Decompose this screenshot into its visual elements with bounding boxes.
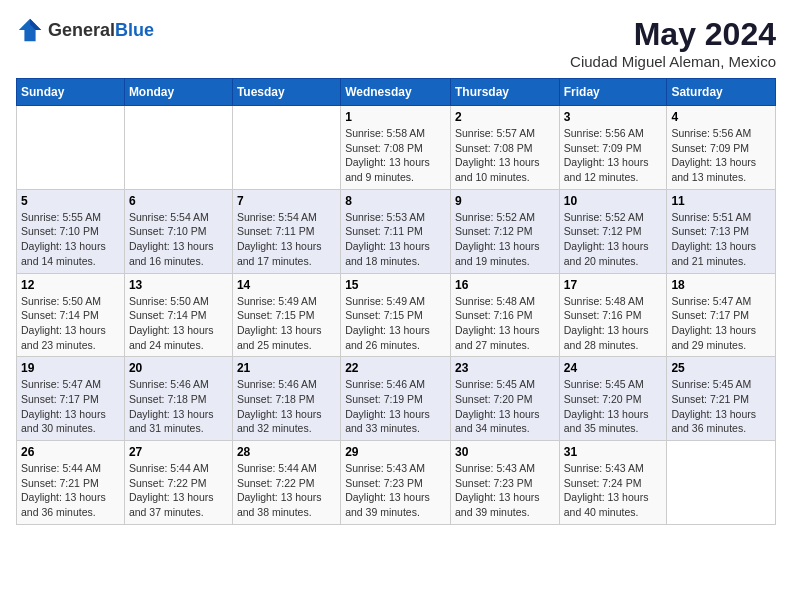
calendar-cell: 7Sunrise: 5:54 AM Sunset: 7:11 PM Daylig…	[232, 189, 340, 273]
day-number: 27	[129, 445, 228, 459]
day-number: 10	[564, 194, 663, 208]
day-number: 3	[564, 110, 663, 124]
calendar-header-monday: Monday	[124, 79, 232, 106]
day-info: Sunrise: 5:52 AM Sunset: 7:12 PM Dayligh…	[455, 210, 555, 269]
logo-general: General	[48, 20, 115, 40]
calendar-week-5: 26Sunrise: 5:44 AM Sunset: 7:21 PM Dayli…	[17, 441, 776, 525]
calendar-cell: 9Sunrise: 5:52 AM Sunset: 7:12 PM Daylig…	[450, 189, 559, 273]
day-number: 16	[455, 278, 555, 292]
day-info: Sunrise: 5:45 AM Sunset: 7:20 PM Dayligh…	[564, 377, 663, 436]
day-info: Sunrise: 5:52 AM Sunset: 7:12 PM Dayligh…	[564, 210, 663, 269]
day-info: Sunrise: 5:44 AM Sunset: 7:22 PM Dayligh…	[237, 461, 336, 520]
day-info: Sunrise: 5:48 AM Sunset: 7:16 PM Dayligh…	[564, 294, 663, 353]
day-info: Sunrise: 5:54 AM Sunset: 7:11 PM Dayligh…	[237, 210, 336, 269]
day-info: Sunrise: 5:43 AM Sunset: 7:23 PM Dayligh…	[345, 461, 446, 520]
calendar-cell: 23Sunrise: 5:45 AM Sunset: 7:20 PM Dayli…	[450, 357, 559, 441]
day-info: Sunrise: 5:51 AM Sunset: 7:13 PM Dayligh…	[671, 210, 771, 269]
day-number: 21	[237, 361, 336, 375]
calendar-cell: 12Sunrise: 5:50 AM Sunset: 7:14 PM Dayli…	[17, 273, 125, 357]
calendar-cell: 14Sunrise: 5:49 AM Sunset: 7:15 PM Dayli…	[232, 273, 340, 357]
day-number: 6	[129, 194, 228, 208]
day-info: Sunrise: 5:55 AM Sunset: 7:10 PM Dayligh…	[21, 210, 120, 269]
calendar-cell: 31Sunrise: 5:43 AM Sunset: 7:24 PM Dayli…	[559, 441, 667, 525]
calendar-cell: 19Sunrise: 5:47 AM Sunset: 7:17 PM Dayli…	[17, 357, 125, 441]
day-info: Sunrise: 5:45 AM Sunset: 7:20 PM Dayligh…	[455, 377, 555, 436]
logo-icon	[16, 16, 44, 44]
calendar-header-sunday: Sunday	[17, 79, 125, 106]
calendar-cell: 21Sunrise: 5:46 AM Sunset: 7:18 PM Dayli…	[232, 357, 340, 441]
day-number: 11	[671, 194, 771, 208]
calendar-cell: 29Sunrise: 5:43 AM Sunset: 7:23 PM Dayli…	[341, 441, 451, 525]
calendar-cell: 5Sunrise: 5:55 AM Sunset: 7:10 PM Daylig…	[17, 189, 125, 273]
title-block: May 2024 Ciudad Miguel Aleman, Mexico	[570, 16, 776, 70]
day-number: 5	[21, 194, 120, 208]
day-number: 24	[564, 361, 663, 375]
calendar-cell: 1Sunrise: 5:58 AM Sunset: 7:08 PM Daylig…	[341, 106, 451, 190]
calendar-cell: 6Sunrise: 5:54 AM Sunset: 7:10 PM Daylig…	[124, 189, 232, 273]
calendar-cell	[667, 441, 776, 525]
day-number: 8	[345, 194, 446, 208]
day-info: Sunrise: 5:48 AM Sunset: 7:16 PM Dayligh…	[455, 294, 555, 353]
day-info: Sunrise: 5:49 AM Sunset: 7:15 PM Dayligh…	[345, 294, 446, 353]
day-info: Sunrise: 5:46 AM Sunset: 7:19 PM Dayligh…	[345, 377, 446, 436]
calendar-week-4: 19Sunrise: 5:47 AM Sunset: 7:17 PM Dayli…	[17, 357, 776, 441]
calendar-cell: 3Sunrise: 5:56 AM Sunset: 7:09 PM Daylig…	[559, 106, 667, 190]
day-number: 23	[455, 361, 555, 375]
day-number: 20	[129, 361, 228, 375]
main-title: May 2024	[570, 16, 776, 53]
calendar-cell: 17Sunrise: 5:48 AM Sunset: 7:16 PM Dayli…	[559, 273, 667, 357]
day-number: 1	[345, 110, 446, 124]
day-info: Sunrise: 5:56 AM Sunset: 7:09 PM Dayligh…	[671, 126, 771, 185]
calendar-week-1: 1Sunrise: 5:58 AM Sunset: 7:08 PM Daylig…	[17, 106, 776, 190]
day-number: 12	[21, 278, 120, 292]
day-info: Sunrise: 5:49 AM Sunset: 7:15 PM Dayligh…	[237, 294, 336, 353]
calendar-cell: 25Sunrise: 5:45 AM Sunset: 7:21 PM Dayli…	[667, 357, 776, 441]
subtitle: Ciudad Miguel Aleman, Mexico	[570, 53, 776, 70]
day-info: Sunrise: 5:44 AM Sunset: 7:21 PM Dayligh…	[21, 461, 120, 520]
day-number: 31	[564, 445, 663, 459]
day-number: 28	[237, 445, 336, 459]
day-number: 26	[21, 445, 120, 459]
calendar-header-saturday: Saturday	[667, 79, 776, 106]
calendar-cell: 18Sunrise: 5:47 AM Sunset: 7:17 PM Dayli…	[667, 273, 776, 357]
calendar-cell: 11Sunrise: 5:51 AM Sunset: 7:13 PM Dayli…	[667, 189, 776, 273]
calendar-cell: 13Sunrise: 5:50 AM Sunset: 7:14 PM Dayli…	[124, 273, 232, 357]
day-number: 25	[671, 361, 771, 375]
calendar-body: 1Sunrise: 5:58 AM Sunset: 7:08 PM Daylig…	[17, 106, 776, 525]
calendar-cell: 20Sunrise: 5:46 AM Sunset: 7:18 PM Dayli…	[124, 357, 232, 441]
calendar-cell: 15Sunrise: 5:49 AM Sunset: 7:15 PM Dayli…	[341, 273, 451, 357]
day-number: 2	[455, 110, 555, 124]
day-number: 29	[345, 445, 446, 459]
calendar-cell	[124, 106, 232, 190]
calendar-header-row: SundayMondayTuesdayWednesdayThursdayFrid…	[17, 79, 776, 106]
day-number: 19	[21, 361, 120, 375]
day-info: Sunrise: 5:50 AM Sunset: 7:14 PM Dayligh…	[21, 294, 120, 353]
day-info: Sunrise: 5:43 AM Sunset: 7:23 PM Dayligh…	[455, 461, 555, 520]
day-number: 18	[671, 278, 771, 292]
calendar-cell: 16Sunrise: 5:48 AM Sunset: 7:16 PM Dayli…	[450, 273, 559, 357]
day-info: Sunrise: 5:45 AM Sunset: 7:21 PM Dayligh…	[671, 377, 771, 436]
logo-blue: Blue	[115, 20, 154, 40]
day-number: 13	[129, 278, 228, 292]
calendar-cell	[17, 106, 125, 190]
day-info: Sunrise: 5:44 AM Sunset: 7:22 PM Dayligh…	[129, 461, 228, 520]
day-info: Sunrise: 5:47 AM Sunset: 7:17 PM Dayligh…	[671, 294, 771, 353]
calendar-cell: 2Sunrise: 5:57 AM Sunset: 7:08 PM Daylig…	[450, 106, 559, 190]
day-info: Sunrise: 5:46 AM Sunset: 7:18 PM Dayligh…	[237, 377, 336, 436]
calendar-cell: 28Sunrise: 5:44 AM Sunset: 7:22 PM Dayli…	[232, 441, 340, 525]
day-info: Sunrise: 5:50 AM Sunset: 7:14 PM Dayligh…	[129, 294, 228, 353]
calendar-cell: 4Sunrise: 5:56 AM Sunset: 7:09 PM Daylig…	[667, 106, 776, 190]
calendar-week-3: 12Sunrise: 5:50 AM Sunset: 7:14 PM Dayli…	[17, 273, 776, 357]
day-info: Sunrise: 5:53 AM Sunset: 7:11 PM Dayligh…	[345, 210, 446, 269]
day-info: Sunrise: 5:57 AM Sunset: 7:08 PM Dayligh…	[455, 126, 555, 185]
calendar-week-2: 5Sunrise: 5:55 AM Sunset: 7:10 PM Daylig…	[17, 189, 776, 273]
day-info: Sunrise: 5:47 AM Sunset: 7:17 PM Dayligh…	[21, 377, 120, 436]
day-info: Sunrise: 5:46 AM Sunset: 7:18 PM Dayligh…	[129, 377, 228, 436]
day-info: Sunrise: 5:58 AM Sunset: 7:08 PM Dayligh…	[345, 126, 446, 185]
calendar-cell: 8Sunrise: 5:53 AM Sunset: 7:11 PM Daylig…	[341, 189, 451, 273]
day-info: Sunrise: 5:56 AM Sunset: 7:09 PM Dayligh…	[564, 126, 663, 185]
calendar-header-thursday: Thursday	[450, 79, 559, 106]
calendar-cell	[232, 106, 340, 190]
day-number: 9	[455, 194, 555, 208]
day-number: 7	[237, 194, 336, 208]
